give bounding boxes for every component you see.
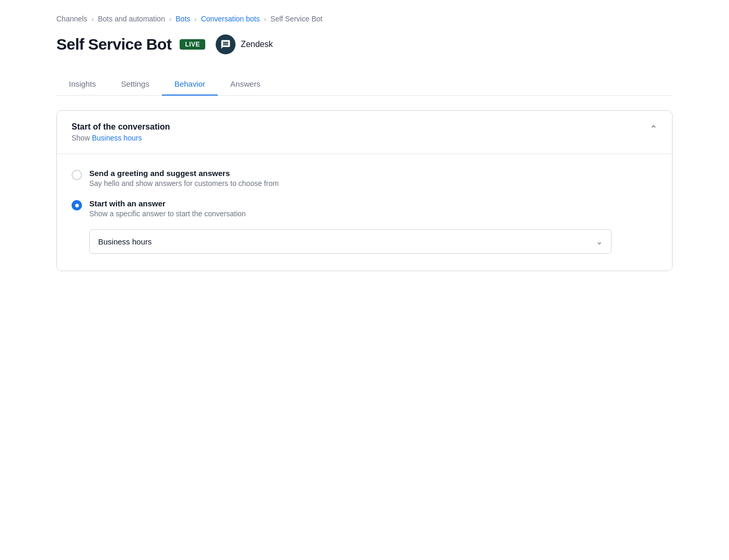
dropdown-wrapper: Business hours ⌄ <box>89 229 657 254</box>
conversation-card: Start of the conversation Show Business … <box>56 110 673 271</box>
option-answer-text: Start with an answer Show a specific ans… <box>89 199 246 218</box>
card-title: Start of the conversation <box>72 122 170 132</box>
breadcrumb-self-service-bot: Self Service Bot <box>271 15 323 23</box>
collapse-button[interactable]: ⌃ <box>650 122 657 135</box>
chat-icon <box>220 39 231 50</box>
breadcrumb-bots[interactable]: Bots <box>175 15 190 23</box>
radio-answer[interactable] <box>72 200 82 211</box>
option-greeting-description: Say hello and show answers for customers… <box>89 179 279 188</box>
answer-dropdown[interactable]: Business hours ⌄ <box>89 229 612 254</box>
radio-greeting[interactable] <box>72 170 82 180</box>
option-greeting[interactable]: Send a greeting and suggest answers Say … <box>72 169 657 188</box>
page-wrapper: Channels › Bots and automation › Bots › … <box>36 0 693 292</box>
card-header: Start of the conversation Show Business … <box>57 111 672 154</box>
breadcrumb-bots-automation: Bots and automation <box>98 15 165 23</box>
tab-behavior[interactable]: Behavior <box>162 73 218 96</box>
breadcrumb-sep-2: › <box>169 15 171 23</box>
live-badge: Live <box>180 39 205 50</box>
platform-indicator: Zendesk <box>216 34 273 54</box>
option-greeting-text: Send a greeting and suggest answers Say … <box>89 169 279 188</box>
page-title: Self Service Bot <box>56 36 171 53</box>
breadcrumb-conversation-bots[interactable]: Conversation bots <box>201 15 260 23</box>
page-header: Self Service Bot Live Zendesk <box>56 34 673 54</box>
breadcrumb-sep-1: › <box>91 15 93 23</box>
option-answer-label: Start with an answer <box>89 199 246 208</box>
dropdown-chevron-icon: ⌄ <box>596 237 603 247</box>
option-answer-description: Show a specific answer to start the conv… <box>89 209 246 218</box>
tabs: Insights Settings Behavior Answers <box>56 73 673 96</box>
tab-settings[interactable]: Settings <box>109 73 162 96</box>
option-answer[interactable]: Start with an answer Show a specific ans… <box>72 199 657 218</box>
breadcrumb-channels: Channels <box>56 15 87 23</box>
card-body: Send a greeting and suggest answers Say … <box>57 154 672 271</box>
card-header-content: Start of the conversation Show Business … <box>72 122 170 142</box>
zendesk-avatar <box>216 34 236 54</box>
option-greeting-label: Send a greeting and suggest answers <box>89 169 279 178</box>
tab-answers[interactable]: Answers <box>218 73 273 96</box>
breadcrumb: Channels › Bots and automation › Bots › … <box>56 15 673 23</box>
dropdown-selected-value: Business hours <box>98 237 152 246</box>
business-hours-link[interactable]: Business hours <box>92 134 142 142</box>
card-subtitle: Show Business hours <box>72 134 170 142</box>
breadcrumb-sep-3: › <box>194 15 196 23</box>
platform-label: Zendesk <box>241 40 273 49</box>
breadcrumb-sep-4: › <box>264 15 266 23</box>
card-subtitle-prefix: Show <box>72 134 90 142</box>
tab-insights[interactable]: Insights <box>56 73 109 96</box>
